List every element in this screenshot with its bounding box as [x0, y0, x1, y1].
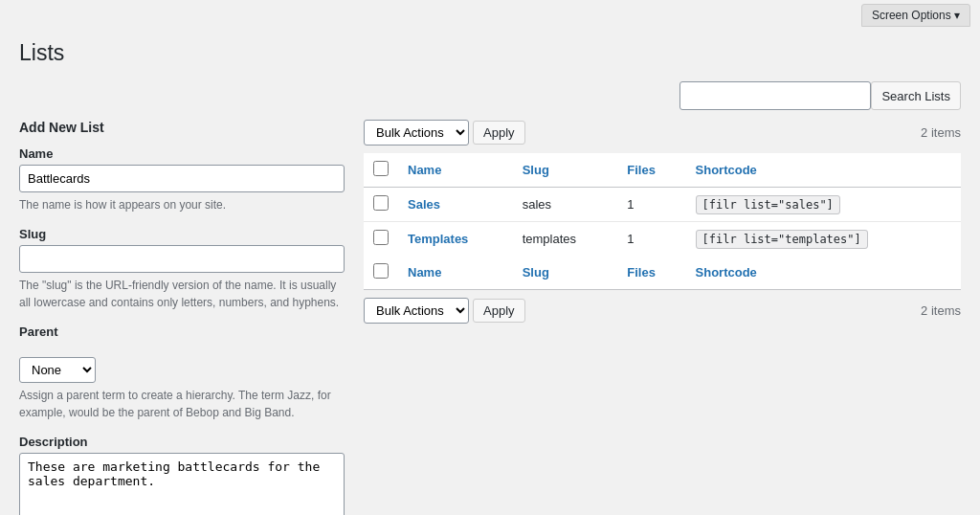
select-all-header [364, 153, 398, 188]
row-slug-cell: templates [513, 222, 618, 257]
bottom-bulk-actions-bar: Bulk Actions Apply 2 items [364, 298, 961, 324]
slug-column-header[interactable]: Slug [513, 153, 618, 188]
row-checkbox-cell [364, 188, 398, 222]
row-shortcode-cell: [filr list="sales"] [686, 188, 961, 222]
screen-options-bar: Screen Options ▾ [0, 0, 980, 31]
row-shortcode-badge-0: [filr list="sales"] [696, 195, 840, 214]
parent-label: Parent [19, 325, 345, 339]
right-panel: Bulk Actions Apply 2 items Name [364, 120, 961, 515]
footer-shortcode-header[interactable]: Shortcode [686, 256, 961, 290]
table-footer-row: Name Slug Files Shortcode [364, 256, 961, 290]
slug-col-label: Slug [523, 163, 549, 177]
name-input[interactable] [19, 165, 345, 192]
left-panel: Add New List Name The name is how it app… [19, 120, 345, 515]
row-files-cell: 1 [617, 222, 685, 257]
table-body: Sales sales 1 [filr list="sales"] Templa… [364, 188, 961, 257]
screen-options-button[interactable]: Screen Options ▾ [861, 4, 970, 27]
page-wrap: Lists Search Lists Add New List Name The… [0, 31, 980, 515]
footer-shortcode-label: Shortcode [696, 265, 757, 280]
table-row: Sales sales 1 [filr list="sales"] [364, 188, 961, 222]
footer-files-header[interactable]: Files [617, 256, 685, 290]
add-new-section-title: Add New List [19, 120, 345, 135]
top-bulk-left: Bulk Actions Apply [364, 120, 525, 146]
slug-label: Slug [19, 227, 345, 241]
table-header-row: Name Slug Files Shortcode [364, 153, 961, 188]
description-textarea[interactable]: These are marketing battlecards for the … [19, 453, 345, 515]
row-name-cell: Sales [398, 188, 513, 222]
row-name-link-0[interactable]: Sales [408, 197, 440, 212]
footer-slug-label: Slug [523, 265, 549, 280]
table-row: Templates templates 1 [filr list="templa… [364, 222, 961, 257]
top-apply-button[interactable]: Apply [473, 121, 525, 145]
name-col-label: Name [408, 163, 441, 177]
row-name-cell: Templates [398, 222, 513, 257]
footer-name-header[interactable]: Name [398, 256, 513, 290]
footer-name-label: Name [408, 265, 441, 280]
name-label: Name [19, 146, 345, 161]
name-column-header[interactable]: Name [398, 153, 513, 188]
top-items-count: 2 items [921, 125, 961, 140]
row-slug-cell: sales [513, 188, 618, 222]
bottom-bulk-actions-select[interactable]: Bulk Actions [364, 298, 469, 324]
footer-slug-header[interactable]: Slug [513, 256, 618, 290]
row-files-cell: 1 [617, 188, 685, 222]
files-column-header[interactable]: Files [617, 153, 685, 188]
row-shortcode-badge-1: [filr list="templates"] [696, 230, 868, 249]
search-input[interactable] [679, 81, 871, 110]
screen-options-arrow: ▾ [954, 9, 960, 22]
row-name-link-1[interactable]: Templates [408, 232, 468, 246]
top-bulk-actions-bar: Bulk Actions Apply 2 items [364, 120, 961, 146]
slug-field: Slug The "slug" is the URL-friendly vers… [19, 227, 345, 311]
row-checkbox-1[interactable] [373, 230, 389, 245]
search-lists-button[interactable]: Search Lists [871, 81, 961, 110]
slug-input[interactable] [19, 245, 345, 273]
footer-select-all-checkbox[interactable] [373, 263, 389, 279]
name-hint: The name is how it appears on your site. [19, 196, 345, 213]
row-shortcode-cell: [filr list="templates"] [686, 222, 961, 257]
row-checkbox-0[interactable] [373, 195, 389, 211]
bottom-apply-button[interactable]: Apply [473, 299, 525, 323]
row-checkbox-cell [364, 222, 398, 257]
page-title: Lists [19, 40, 961, 66]
parent-field: Parent None Assign a parent term to crea… [19, 325, 345, 421]
footer-select-all-header [364, 256, 398, 290]
parent-hint: Assign a parent term to create a hierarc… [19, 387, 345, 421]
slug-hint: The "slug" is the URL-friendly version o… [19, 277, 345, 311]
files-col-label: Files [627, 163, 656, 177]
lists-table: Name Slug Files Shortcode [364, 153, 961, 290]
name-field: Name The name is how it appears on your … [19, 146, 345, 213]
shortcode-col-label: Shortcode [696, 163, 757, 177]
description-label: Description [19, 435, 345, 449]
bottom-items-count: 2 items [921, 303, 961, 318]
screen-options-label: Screen Options [872, 9, 951, 22]
top-bulk-actions-select[interactable]: Bulk Actions [364, 120, 469, 146]
description-field: Description These are marketing battleca… [19, 435, 345, 515]
shortcode-column-header[interactable]: Shortcode [686, 153, 961, 188]
main-layout: Add New List Name The name is how it app… [19, 120, 961, 515]
parent-select[interactable]: None [19, 357, 96, 383]
select-all-checkbox[interactable] [373, 161, 389, 176]
top-search-bar: Search Lists [19, 81, 961, 110]
footer-files-label: Files [627, 265, 656, 280]
bottom-bulk-left: Bulk Actions Apply [364, 298, 525, 324]
